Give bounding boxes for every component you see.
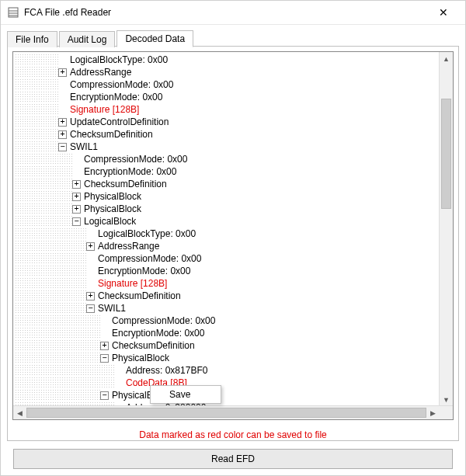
tree-node-label[interactable]: SWIL1 (96, 302, 127, 314)
collapse-icon[interactable]: − (58, 143, 67, 151)
tree-node-label[interactable]: Signature [128B] (68, 103, 141, 116)
tree-row[interactable]: EncryptionMode: 0x00 (15, 265, 440, 277)
tree-leaf-icon (86, 255, 95, 263)
tree-row[interactable]: +PhysicalBlock (15, 190, 440, 203)
expand-icon[interactable]: + (58, 118, 67, 127)
tree-row[interactable]: CompressionMode: 0x00 (15, 252, 440, 265)
tree-indent (15, 252, 86, 265)
horizontal-scrollbar[interactable]: ◀ ▶ (13, 405, 453, 419)
expand-icon[interactable]: + (72, 193, 81, 201)
expand-icon[interactable]: + (58, 130, 67, 139)
vertical-scrollbar[interactable]: ▲ ▼ (439, 52, 453, 406)
tree-node-label[interactable]: EncryptionMode: 0x00 (82, 165, 178, 178)
tree-row[interactable]: −LogicalBlock (15, 215, 440, 228)
expand-icon[interactable]: + (72, 205, 81, 214)
tree-node-label[interactable]: AddressRange (96, 240, 161, 252)
tree-row[interactable]: Signature [128B] (15, 103, 440, 116)
context-menu-save[interactable]: Save (151, 386, 221, 403)
expand-icon[interactable]: + (100, 342, 109, 350)
tree-indent (15, 265, 86, 277)
tree-indent (15, 228, 86, 240)
tree-indent (15, 66, 58, 78)
tree-node-label[interactable]: CompressionMode: 0x00 (68, 78, 175, 91)
tree-row[interactable]: −PhysicalBlock (15, 352, 440, 364)
tree-row[interactable]: LogicalBlockType: 0x00 (15, 54, 440, 66)
tab-file-info[interactable]: File Info (7, 31, 57, 47)
tree-node-label[interactable]: LogicalBlockType: 0x00 (68, 54, 169, 66)
tree-indent (15, 116, 58, 128)
tree-node-label[interactable]: ChecksumDefinition (96, 290, 183, 302)
collapse-icon[interactable]: − (86, 304, 95, 313)
tree-node-label[interactable]: Signature [128B] (96, 277, 169, 290)
collapse-icon[interactable]: − (72, 217, 81, 226)
tree-row[interactable]: +AddressRange (15, 240, 440, 252)
expand-icon[interactable]: + (58, 68, 67, 77)
tree-leaf-icon (114, 379, 123, 387)
tree-node-label[interactable]: EncryptionMode: 0x00 (96, 265, 192, 277)
tree-row[interactable]: Address: 0x817BF0 (15, 364, 440, 377)
tree-node-label[interactable]: PhysicalBlock (82, 203, 143, 215)
scroll-left-button[interactable]: ◀ (13, 406, 26, 419)
tree-row[interactable]: +PhysicalBlock (15, 203, 440, 215)
tree-leaf-icon (114, 367, 123, 375)
scroll-right-button[interactable]: ▶ (426, 406, 440, 419)
tree-row[interactable]: −SWIL1 (15, 302, 440, 314)
tree-node-label[interactable]: AddressRange (68, 66, 133, 78)
tree-indent (15, 178, 72, 190)
tree-view[interactable]: LogicalBlockType: 0x00+AddressRangeCompr… (12, 51, 454, 420)
tree-node-label[interactable]: CompressionMode: 0x00 (82, 153, 189, 165)
tree-row[interactable]: +ChecksumDefinition (15, 128, 440, 141)
scroll-down-button[interactable]: ▼ (440, 393, 453, 406)
tab-audit-log[interactable]: Audit Log (59, 31, 116, 47)
tree-leaf-icon (58, 106, 67, 114)
tree-row[interactable]: LogicalBlockType: 0x00 (15, 228, 440, 240)
tree-row[interactable]: −SWIL1 (15, 141, 440, 153)
tree-row[interactable]: +AddressRange (15, 66, 440, 78)
tree-indent (15, 240, 86, 252)
tree-row[interactable]: EncryptionMode: 0x00 (15, 165, 440, 178)
tree-row[interactable]: +ChecksumDefinition (15, 178, 440, 190)
tree-row[interactable]: Signature [128B] (15, 277, 440, 290)
tree-node-label[interactable]: Address: 0x817BF0 (124, 364, 209, 377)
scroll-up-button[interactable]: ▲ (440, 52, 453, 65)
expand-icon[interactable]: + (86, 242, 95, 251)
tree-node-label[interactable]: CompressionMode: 0x00 (96, 252, 203, 265)
window-title: FCA File .efd Reader (24, 7, 428, 18)
tree-node-label[interactable]: SWIL1 (68, 141, 99, 153)
window-close-button[interactable]: ✕ (428, 1, 459, 24)
horizontal-scroll-thumb[interactable] (26, 408, 426, 418)
collapse-icon[interactable]: − (100, 354, 109, 363)
tree-node-label[interactable]: LogicalBlock (82, 215, 137, 228)
tree-leaf-icon (72, 168, 81, 176)
expand-icon[interactable]: + (72, 180, 81, 189)
expand-icon[interactable]: + (86, 292, 95, 301)
tree-node-label[interactable]: EncryptionMode: 0x00 (68, 91, 164, 103)
tree-row[interactable]: +ChecksumDefinition (15, 290, 440, 302)
tree-row[interactable]: +UpdateControlDefinition (15, 116, 440, 128)
tree-leaf-icon (72, 155, 81, 164)
collapse-icon[interactable]: − (100, 391, 109, 400)
tree-row[interactable]: CompressionMode: 0x00 (15, 153, 440, 165)
tab-decoded-data[interactable]: Decoded Data (116, 30, 193, 47)
tree-node-label[interactable]: EncryptionMode: 0x00 (110, 327, 206, 339)
tree-row[interactable]: CodeData [8B] (15, 377, 440, 389)
tree-node-label[interactable]: LogicalBlockType: 0x00 (96, 228, 197, 240)
tree-node-label[interactable]: ChecksumDefinition (110, 339, 196, 352)
read-efd-button[interactable]: Read EFD (13, 449, 453, 469)
tree-leaf-icon (58, 93, 67, 102)
tree-node-label[interactable]: ChecksumDefinition (68, 128, 155, 141)
tree-node-label[interactable]: UpdateControlDefinition (68, 116, 170, 128)
tree-row[interactable]: CompressionMode: 0x00 (15, 314, 440, 327)
vertical-scroll-thumb[interactable] (441, 99, 451, 209)
tree-indent (15, 128, 58, 141)
tree-node-label[interactable]: PhysicalBlock (110, 352, 171, 364)
tree-node-label[interactable]: ChecksumDefinition (82, 178, 169, 190)
tree-node-label[interactable]: PhysicalBlock (82, 190, 143, 203)
tree-row[interactable]: EncryptionMode: 0x00 (15, 327, 440, 339)
tree-leaf-icon (100, 317, 109, 325)
tree-row[interactable]: +ChecksumDefinition (15, 339, 440, 352)
tree-node-label[interactable]: CompressionMode: 0x00 (110, 314, 217, 327)
tree-row[interactable]: CompressionMode: 0x00 (15, 78, 440, 91)
tree-row[interactable]: EncryptionMode: 0x00 (15, 91, 440, 103)
tree-row[interactable]: −PhysicalBlock (15, 389, 440, 401)
